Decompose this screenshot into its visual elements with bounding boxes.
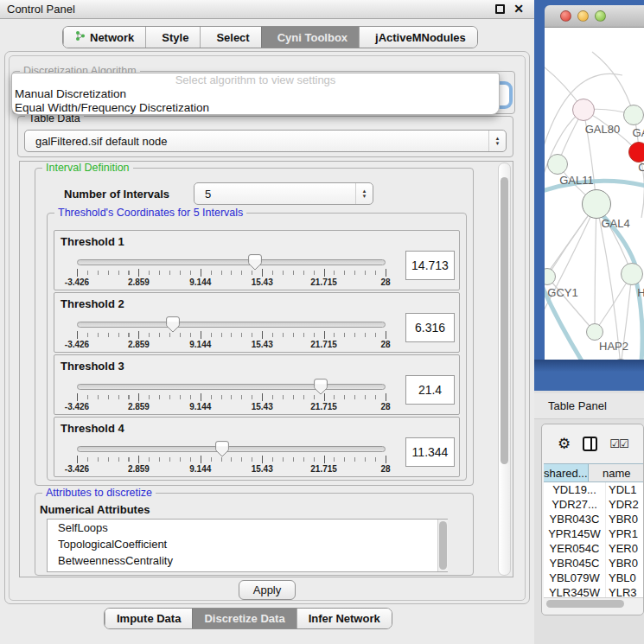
horizontal-scrollbar[interactable] <box>544 597 643 609</box>
table-row[interactable]: YBR043C YBR0 <box>544 512 644 526</box>
slider-track[interactable] <box>77 322 386 328</box>
tab-item[interactable]: jActiveMNodules <box>359 27 477 48</box>
tab-item[interactable]: Discretize Data <box>192 609 296 628</box>
tab-item[interactable]: Infer Network <box>296 609 392 628</box>
combo-stepper-icon[interactable]: ▲ ▼ <box>488 131 506 151</box>
cell-name[interactable]: YDL1 <box>606 482 644 497</box>
slider-major-tick <box>324 331 325 339</box>
mac-minimize-button[interactable] <box>577 10 589 22</box>
threshold-row: Threshold 2 -3.4262.8599.14415.4321.7152… <box>54 292 460 353</box>
algorithm-dropdown-popup: Select algorithm to view settings Manual… <box>11 73 500 115</box>
network-window-titlebar[interactable] <box>545 5 644 28</box>
table-panel: ⚙ ☑☑ shared... name YDL19... YDL1 YDR27.… <box>541 424 644 615</box>
table-row[interactable]: YLR345W YLR3 <box>544 585 644 597</box>
table-row[interactable]: YDL19... YDL1 <box>544 482 644 497</box>
network-node-hap2[interactable] <box>586 323 603 341</box>
float-window-icon[interactable] <box>495 4 505 14</box>
number-of-intervals-combobox[interactable]: 5 ▲ ▼ <box>194 182 373 205</box>
cell-shared-name[interactable]: YBR043C <box>544 512 606 526</box>
cell-name[interactable]: YDR2 <box>606 497 644 512</box>
network-canvas[interactable]: GAL80GACGAL11GAL4GCY1HHAP2 <box>545 28 644 361</box>
network-node-h[interactable] <box>621 263 643 285</box>
table-data-combobox[interactable]: galFiltered.sif default node ▲ ▼ <box>24 130 507 152</box>
cell-name[interactable]: YBR0 <box>606 512 644 526</box>
slider-major-ticks <box>77 331 386 339</box>
attribute-list-item[interactable]: BetweennessCentrality <box>48 552 447 569</box>
slider-major-tick <box>138 456 139 463</box>
table-row[interactable]: YER054C YER0 <box>544 541 644 556</box>
slider-tick-label: 15.43 <box>252 340 273 349</box>
attributes-list-scrollbar[interactable] <box>437 520 448 571</box>
slider-tick-label: 21.715 <box>310 464 337 474</box>
cell-shared-name[interactable]: YDL19... <box>544 482 606 497</box>
slider-major-tick <box>77 269 78 277</box>
slider-tick-labels: -3.4262.8599.14415.4321.71528 <box>77 402 386 412</box>
network-node-ga[interactable] <box>623 105 644 125</box>
slider-tick-label: 2.859 <box>128 277 150 287</box>
cyni-mode-tabs: Impute Data Discretize Data Infer Networ… <box>104 608 392 629</box>
slider-track[interactable] <box>77 446 386 452</box>
threshold-value-field[interactable]: 14.713 <box>405 251 455 280</box>
tab-item[interactable]: Select <box>200 27 260 48</box>
vertical-scrollbar[interactable] <box>498 163 511 576</box>
network-node-gal11[interactable] <box>547 154 568 175</box>
tab-item[interactable]: Cyni Toolbox <box>261 27 359 48</box>
attribute-list-item[interactable]: TopologicalCoefficient <box>48 536 447 552</box>
slider-track[interactable] <box>77 384 386 390</box>
cell-shared-name[interactable]: YER054C <box>544 541 606 556</box>
table-row[interactable]: YBL079W YBL0 <box>544 571 644 585</box>
table-row[interactable]: YPR145W YPR1 <box>544 526 644 541</box>
slider-tick-label: 21.715 <box>310 277 337 287</box>
cell-shared-name[interactable]: YBL079W <box>544 571 606 585</box>
mac-zoom-button[interactable] <box>595 10 606 22</box>
column-header-name[interactable]: name <box>589 464 644 481</box>
algorithm-option-manual[interactable]: Manual Discretization <box>12 87 499 101</box>
thresholds-group-label: Threshold's Coordinates for 5 Intervals <box>54 207 246 220</box>
column-layout-icon[interactable] <box>583 437 597 451</box>
table-row[interactable]: YBR045C YBR0 <box>544 556 644 571</box>
attribute-list-item[interactable]: SelfLoops <box>48 520 447 536</box>
table-data-selected-value: galFiltered.sif default node <box>25 135 488 148</box>
settings-gear-icon[interactable]: ⚙ <box>558 437 571 451</box>
network-node-gal80[interactable] <box>572 99 595 121</box>
tab-item[interactable]: Impute Data <box>105 609 192 628</box>
threshold-value-field[interactable]: 11.344 <box>405 437 455 467</box>
threshold-row: Threshold 1 -3.4262.8599.14415.4321.7152… <box>54 230 460 290</box>
column-header-shared-name[interactable]: shared... <box>544 464 589 481</box>
network-icon <box>75 30 86 41</box>
attributes-scrollbar-thumb[interactable] <box>439 521 447 570</box>
close-icon[interactable]: ✕ <box>513 2 524 16</box>
table-row[interactable]: YDR27... YDR2 <box>544 497 644 512</box>
tab-item[interactable]: Network <box>63 27 145 48</box>
tab-label: Select <box>216 31 249 44</box>
cell-name[interactable]: YBL0 <box>606 571 644 585</box>
checkbox-columns-icon[interactable]: ☑☑ <box>609 437 628 450</box>
network-node-label: C <box>638 161 644 174</box>
threshold-value-field[interactable]: 6.316 <box>405 313 455 342</box>
network-node-c[interactable] <box>628 142 644 163</box>
slider-major-tick <box>386 456 386 463</box>
cell-name[interactable]: YLR3 <box>606 585 644 597</box>
vertical-scrollbar-thumb[interactable] <box>501 177 508 464</box>
table-rows: YDL19... YDL1 YDR27... YDR2 YBR043C YBR0 <box>544 482 644 597</box>
cell-shared-name[interactable]: YBR045C <box>544 556 606 571</box>
horizontal-scrollbar-thumb[interactable] <box>546 600 624 608</box>
tab-item[interactable]: Style <box>145 27 200 48</box>
control-panel-tabs: Network Style Select Cyni Toolbox <box>62 26 478 48</box>
cell-shared-name[interactable]: YDR27... <box>544 497 606 512</box>
cell-name[interactable]: YER0 <box>606 541 644 556</box>
mac-close-button[interactable] <box>560 10 571 22</box>
apply-button[interactable]: Apply <box>239 580 296 600</box>
cell-shared-name[interactable]: YPR145W <box>544 526 606 541</box>
cell-name[interactable]: YPR1 <box>606 526 644 541</box>
slider-tick-label: 28 <box>380 402 390 411</box>
slider-major-tick <box>324 269 325 277</box>
threshold-value-field[interactable]: 21.4 <box>405 375 455 405</box>
network-node-gal4[interactable] <box>582 189 611 219</box>
cell-shared-name[interactable]: YLR345W <box>544 585 606 597</box>
algorithm-option-equal-width[interactable]: Equal Width/Frequency Discretization <box>12 101 499 115</box>
slider-track[interactable] <box>77 259 386 265</box>
combo-stepper-icon[interactable]: ▲ ▼ <box>355 183 373 204</box>
tab-label: Network <box>90 31 134 44</box>
cell-name[interactable]: YBR0 <box>606 556 644 571</box>
